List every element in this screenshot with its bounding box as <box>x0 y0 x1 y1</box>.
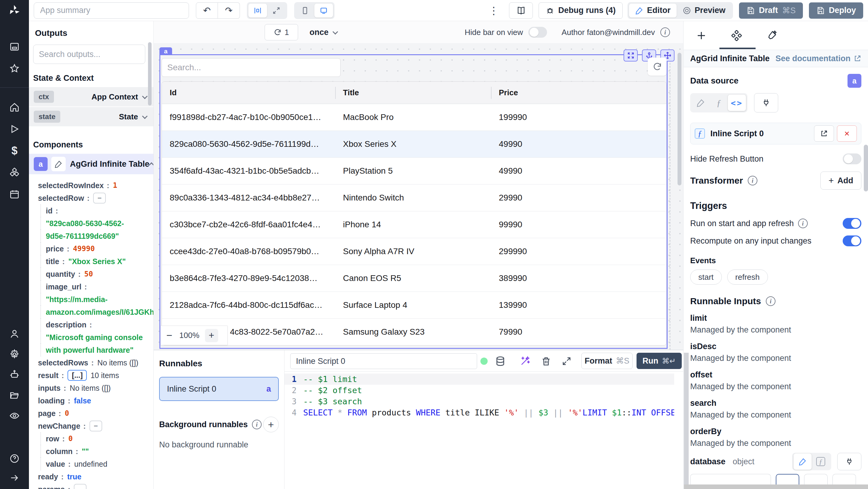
component-output-row[interactable]: a AgGrid Infinite Table <box>29 154 153 174</box>
table-search-input[interactable] <box>161 58 341 77</box>
tree-collapse-toggle[interactable]: − <box>74 484 87 489</box>
table-row[interactable]: 354f6afd-43ac-4321-b1bc-0b5e5adcb…PlaySt… <box>162 158 666 184</box>
info-icon[interactable]: i <box>748 176 757 185</box>
table-row[interactable]: f991898d-cb27-4ac7-b10c-0b9050ce1…MacBoo… <box>162 104 666 131</box>
editor-tab[interactable]: Editor <box>629 4 677 18</box>
static-pencil-mode[interactable] <box>692 95 710 111</box>
see-documentation-link[interactable]: See documentation <box>775 54 861 63</box>
table-row[interactable]: c303bce7-cb2e-42c6-8fdf-6aa01fc4e4…iPhon… <box>162 211 666 238</box>
aggrid-component[interactable]: a IdTitlePrice f991898d-cb27-4ac7-b10c-0… <box>159 54 668 349</box>
search-outputs-input[interactable] <box>33 44 145 64</box>
styling-brush-tab[interactable] <box>764 28 779 43</box>
info-icon[interactable]: i <box>798 219 808 228</box>
panel-horizontal-scrollbar[interactable] <box>684 485 868 489</box>
table-row[interactable]: b3e864c8-7fe3-4270-89e9-54c12038…Canon E… <box>162 265 666 292</box>
resources-icon[interactable] <box>7 165 22 179</box>
app-summary-input[interactable] <box>34 2 189 19</box>
run-on-start-toggle[interactable] <box>843 218 861 229</box>
script-name-input[interactable] <box>290 353 477 369</box>
preview-tab[interactable]: Preview <box>677 4 732 18</box>
template-mode[interactable]: ƒ <box>710 95 728 111</box>
zoom-in-button[interactable]: + <box>205 329 218 342</box>
audit-eye-icon[interactable] <box>7 409 22 423</box>
tree-collapse-toggle[interactable]: [...] <box>67 370 87 381</box>
insert-component-tab[interactable] <box>694 28 709 43</box>
connect-plug-button[interactable] <box>754 93 778 113</box>
canvas-grid[interactable]: a IdTitlePrice f991898d-cb27-4ac7-b10c-0… <box>154 44 683 350</box>
table-row[interactable]: 4c83-8022-5e70a07a2…Samsung Galaxy S2379… <box>162 319 666 345</box>
draft-button[interactable]: Draft⌘S <box>739 2 803 19</box>
hide-refresh-toggle[interactable] <box>843 153 861 164</box>
collapse-arrow-icon[interactable] <box>7 471 22 485</box>
ctx-row[interactable]: ctx App Context <box>29 87 153 106</box>
settings-components-tab[interactable] <box>730 28 744 43</box>
more-menu-icon[interactable]: ⋮ <box>489 4 497 17</box>
redo-button[interactable]: ↷ <box>218 2 240 19</box>
code-editor[interactable]: 1-- $1 limit2-- $2 offset3-- $3 search4S… <box>284 372 674 489</box>
canvas-scrollbar[interactable] <box>678 53 681 185</box>
table-row[interactable]: 829ca080-5630-4562-9d5e-7611199d…Xbox Se… <box>162 131 666 158</box>
event-chip-refresh[interactable]: refresh <box>727 270 768 284</box>
event-chip-start[interactable]: start <box>690 270 722 284</box>
table-row[interactable]: 2128adca-7fc6-44bd-800c-dc115df6ac…Surfa… <box>162 292 666 319</box>
outputs-scrollbar[interactable] <box>148 42 152 105</box>
rename-component-button[interactable] <box>51 157 66 171</box>
open-script-button[interactable] <box>814 125 834 142</box>
table-column-header[interactable]: Title <box>335 82 491 104</box>
ai-wand-button[interactable] <box>518 355 532 368</box>
mobile-view-button[interactable] <box>296 4 314 18</box>
favorites-star-icon[interactable] <box>7 61 22 75</box>
tree-collapse-toggle[interactable]: − <box>90 421 102 431</box>
workspace-icon[interactable] <box>7 40 22 54</box>
database-partial-inputs[interactable] <box>690 474 861 486</box>
state-row[interactable]: state State <box>29 107 153 126</box>
center-align-button[interactable] <box>248 4 267 18</box>
data-source-script-item[interactable]: ƒ Inline Script 0 × <box>690 123 861 145</box>
users-icon[interactable] <box>7 327 22 341</box>
panel-resize-handle[interactable] <box>684 353 689 485</box>
expand-component-button[interactable] <box>624 50 638 61</box>
tree-collapse-toggle[interactable]: − <box>93 193 106 204</box>
variables-icon[interactable]: $ <box>7 144 22 158</box>
database-plug-button[interactable] <box>837 453 861 470</box>
home-icon[interactable] <box>7 100 22 114</box>
expand-editor-button[interactable] <box>560 355 573 368</box>
debug-runs-button[interactable]: Debug runs (4) <box>538 2 623 19</box>
settings-gear-icon[interactable] <box>7 347 22 361</box>
run-button[interactable]: Run⌘↵ <box>637 353 682 369</box>
eval-code-mode[interactable]: <> <box>728 95 746 111</box>
table-column-header[interactable]: Price <box>491 82 666 104</box>
deploy-button[interactable]: Deploy <box>809 2 863 19</box>
database-pencil-mode[interactable] <box>794 453 812 470</box>
add-background-runnable-button[interactable]: + <box>263 417 279 432</box>
interval-dropdown[interactable]: once <box>310 28 339 37</box>
undo-button[interactable]: ↶ <box>196 2 218 19</box>
table-refresh-button[interactable] <box>648 58 667 76</box>
detach-script-button[interactable]: × <box>837 125 857 142</box>
windmill-logo[interactable] <box>0 0 29 21</box>
info-icon[interactable]: i <box>766 296 775 306</box>
info-icon[interactable]: i <box>252 420 261 429</box>
refresh-count-button[interactable]: 1 <box>265 24 298 40</box>
documentation-book-button[interactable] <box>509 2 533 19</box>
help-icon[interactable] <box>7 452 22 465</box>
recompute-toggle[interactable] <box>843 236 861 246</box>
panel-scrollbar[interactable] <box>864 145 868 191</box>
desktop-view-button[interactable] <box>314 4 333 18</box>
database-template-mode[interactable]: ƒ <box>812 453 830 470</box>
runs-icon[interactable] <box>7 122 22 136</box>
runnable-item-inline-script-0[interactable]: Inline Script 0 a <box>159 377 279 401</box>
fullwidth-button[interactable] <box>267 4 286 18</box>
folders-icon[interactable] <box>7 388 22 402</box>
table-row[interactable]: 89c0a336-1343-4812-ac34-e4bb8e27…Nintend… <box>162 184 666 211</box>
table-column-header[interactable]: Id <box>162 82 335 104</box>
component-id-tab[interactable]: a <box>159 47 172 55</box>
format-button[interactable]: Format⌘S <box>581 353 632 369</box>
add-transformer-button[interactable]: +Add <box>820 172 861 190</box>
schedules-icon[interactable] <box>7 187 22 201</box>
hide-bar-toggle[interactable] <box>528 27 547 38</box>
zoom-out-button[interactable]: − <box>165 330 174 341</box>
table-row[interactable]: ccee43dc-27e0-40a8-b768-b09579b0…Sony Al… <box>162 238 666 265</box>
database-icon-button[interactable] <box>494 355 507 368</box>
workers-robot-icon[interactable] <box>7 368 22 382</box>
